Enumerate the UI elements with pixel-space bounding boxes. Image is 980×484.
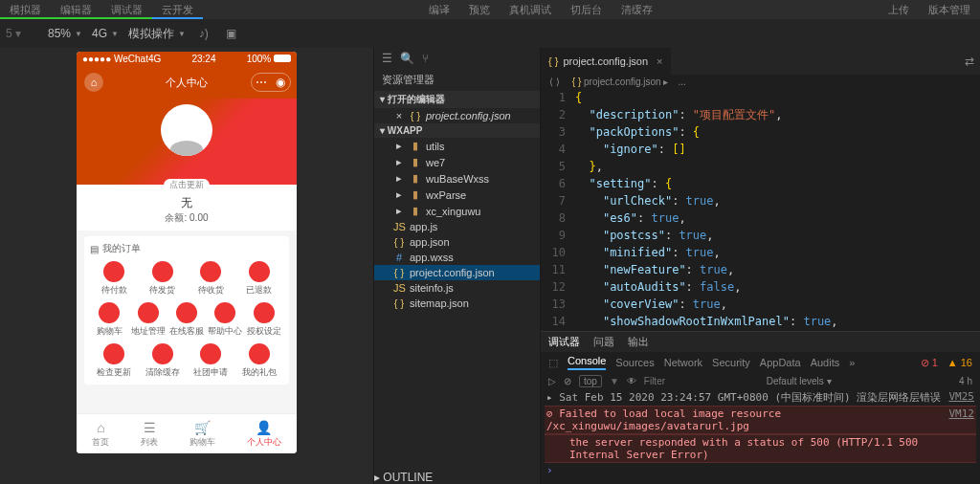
toolbar-clearcache[interactable]: 清缓存 (612, 0, 662, 19)
outline-group[interactable]: ▸ OUTLINE (374, 471, 540, 484)
console-tab[interactable]: Console (568, 355, 606, 370)
grid-item[interactable]: 已退款 (237, 261, 281, 297)
file-node[interactable]: JSapp.js (374, 219, 540, 234)
explorer-search-icon[interactable]: 🔍 (400, 52, 414, 65)
open-editors-group[interactable]: ▾ 打开的编辑器 (374, 91, 540, 108)
sources-tab[interactable]: Sources (615, 357, 654, 368)
phone-statusbar: ●●●●● WeChat4G 23:24 100% (77, 52, 297, 66)
mute-icon[interactable]: ♪) (195, 27, 212, 40)
code-line[interactable]: 3 "packOptions": { (541, 123, 980, 141)
toolbar-editor[interactable]: 编辑器 (51, 0, 101, 19)
grid-item[interactable]: 我的礼包 (237, 343, 281, 379)
warn-badge[interactable]: ▲ 16 (947, 357, 972, 368)
zoom-dropdown[interactable]: 85%▼ (48, 27, 82, 40)
toolbar-version[interactable]: 版本管理 (919, 0, 980, 19)
code-line[interactable]: 2 "description": "项目配置文件", (541, 106, 980, 123)
grid-item[interactable]: 清除缓存 (141, 343, 185, 379)
toolbar-debugger[interactable]: 调试器 (101, 0, 152, 19)
split-icon[interactable]: ⇄ (959, 55, 980, 68)
context-select[interactable]: top (579, 375, 602, 387)
tabbar-item[interactable]: ⌂首页 (92, 420, 109, 449)
crumb-nav[interactable]: ⟨ ⟩ (546, 77, 563, 87)
grid-item[interactable]: 购物车 (90, 302, 128, 338)
code-line[interactable]: 5 }, (541, 158, 980, 175)
code-line[interactable]: 6 "setting": { (541, 175, 980, 192)
network-dropdown[interactable]: 4G▼ (92, 27, 119, 40)
toolbar-clouddev[interactable]: 云开发 (152, 0, 203, 19)
folder-node[interactable]: ▸▮wxParse (374, 187, 540, 203)
grid-item[interactable]: 在线客服 (167, 302, 206, 338)
code-line[interactable]: 13 "coverView": true, (541, 296, 980, 313)
inspect-icon[interactable]: ⬚ (548, 357, 558, 369)
grid-item[interactable]: 社团申请 (189, 343, 233, 379)
eye-icon[interactable]: 👁 (627, 376, 636, 386)
code-line[interactable]: 4 "ignore": [] (541, 141, 980, 158)
folder-node[interactable]: ▸▮we7 (374, 154, 540, 170)
code-line[interactable]: 8 "es6": true, (541, 209, 980, 227)
devtool-tab-problems[interactable]: 问题 (593, 335, 614, 349)
folder-node[interactable]: ▸▮wuBaseWxss (374, 170, 540, 187)
code-line[interactable]: 11 "newFeature": true, (541, 261, 980, 278)
code-line[interactable]: 7 "urlCheck": true, (541, 192, 980, 209)
toolbar-preview[interactable]: 预览 (459, 0, 500, 19)
folder-node[interactable]: ▸▮utils (374, 138, 540, 154)
file-node[interactable]: #app.wxss (374, 250, 540, 265)
tabbar-item[interactable]: ☰列表 (141, 420, 158, 449)
filter-input[interactable] (644, 376, 759, 386)
orders-header[interactable]: ▤ 我的订单 (90, 242, 283, 255)
avatar[interactable] (161, 104, 212, 156)
devtool-tab-debugger[interactable]: 调试器 (548, 335, 580, 349)
levels-dropdown[interactable]: Default levels ▾ (767, 376, 832, 386)
file-node[interactable]: JSsiteinfo.js (374, 280, 540, 296)
more-tabs-icon[interactable]: » (849, 357, 855, 368)
grid-item[interactable]: 授权设定 (245, 302, 283, 338)
console-play-icon[interactable]: ▷ (548, 376, 556, 386)
tabbar-item[interactable]: 🛒购物车 (189, 420, 215, 449)
file-node[interactable]: { }project.config.json (374, 265, 540, 280)
code-line[interactable]: 9 "postcss": true, (541, 227, 980, 244)
tabbar-item[interactable]: 👤个人中心 (247, 420, 281, 449)
toolbar-background[interactable]: 切后台 (561, 0, 612, 19)
grid-item[interactable]: 待收货 (189, 261, 233, 297)
grid-item[interactable]: 待付款 (92, 261, 136, 297)
security-tab[interactable]: Security (712, 357, 750, 368)
console-clear-icon[interactable]: ⊘ (564, 376, 571, 386)
editor-tab[interactable]: { } project.config.json × (541, 48, 671, 75)
console-prompt-icon[interactable]: › (546, 464, 553, 476)
toolbar-upload[interactable]: 上传 (879, 0, 919, 19)
cut-icon[interactable]: ▣ (222, 27, 240, 40)
tap-refresh[interactable]: 点击更新 (164, 179, 210, 191)
crumb-more[interactable]: ... (678, 77, 685, 87)
audits-tab[interactable]: Audits (811, 357, 840, 368)
code-line[interactable]: 12 "autoAudits": false, (541, 278, 980, 296)
capsule-menu[interactable]: ⋯◉ (251, 73, 291, 92)
code-line[interactable]: 10 "minified": true, (541, 244, 980, 261)
network-tab[interactable]: Network (664, 357, 702, 368)
appdata-tab[interactable]: AppData (760, 357, 801, 368)
file-node[interactable]: { }app.json (374, 234, 540, 250)
folder-node[interactable]: ▸▮xc_xinguwu (374, 203, 540, 219)
code-line[interactable]: 1{ (541, 89, 980, 106)
grid-item[interactable]: 待发货 (141, 261, 185, 297)
toolbar-compile[interactable]: 编译 (419, 0, 459, 19)
project-root[interactable]: ▾ WXAPP (374, 123, 540, 138)
grid-item[interactable]: 地址管理 (128, 302, 167, 338)
explorer-branch-icon[interactable]: ⑂ (422, 52, 429, 65)
open-file[interactable]: ×{ }project.config.json (374, 108, 540, 123)
log-source[interactable]: VM25 (949, 390, 975, 405)
grid-item[interactable]: 帮助中心 (206, 302, 244, 338)
devtool-tab-output[interactable]: 输出 (628, 335, 649, 349)
simop-dropdown[interactable]: 模拟操作▼ (128, 26, 186, 42)
device-drop[interactable]: 5 ▾ (6, 27, 38, 40)
explorer-list-icon[interactable]: ☰ (382, 52, 392, 65)
grid-item[interactable]: 检查更新 (92, 343, 136, 379)
error-badge[interactable]: ⊘ 1 (921, 357, 938, 369)
toolbar-realdevice[interactable]: 真机调试 (500, 0, 561, 19)
file-node[interactable]: { }sitemap.json (374, 296, 540, 311)
toolbar-simulator[interactable]: 模拟器 (0, 0, 51, 19)
close-tab-icon[interactable]: × (657, 55, 662, 67)
crumb-file[interactable]: { } project.config.json ▸ (572, 77, 669, 87)
log-source2[interactable]: VM12 (949, 407, 975, 432)
code-line[interactable]: 14 "showShadowRootInWxmlPanel": true, (541, 313, 980, 330)
home-icon[interactable]: ⌂ (84, 73, 103, 92)
